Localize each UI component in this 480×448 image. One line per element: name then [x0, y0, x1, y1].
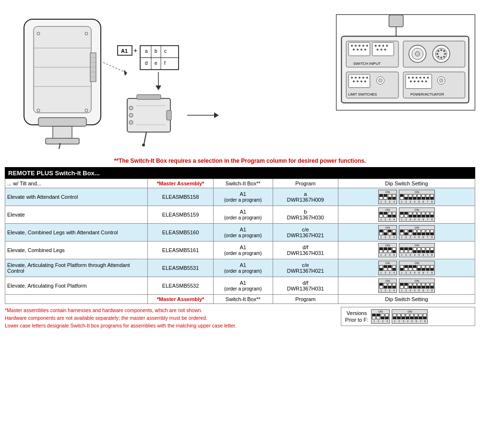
svg-point-54	[355, 45, 357, 47]
svg-text:f: f	[164, 61, 166, 66]
row-part: ELEASMB5532	[148, 277, 213, 295]
svg-point-113	[439, 79, 443, 83]
svg-point-40	[129, 121, 133, 124]
dip-switch-small: ON 1234	[378, 243, 397, 257]
svg-rect-36	[127, 98, 170, 132]
col-header-dip: Dip Switch Setting	[338, 179, 475, 188]
svg-point-74	[415, 51, 420, 56]
versions-box: VersionsPrior to F: ON 1234 ON	[341, 307, 475, 326]
svg-point-90	[362, 77, 364, 79]
main-table: REMOTE PLUS Switch-It Box... ... w/ Tilt…	[5, 167, 475, 304]
svg-point-101	[408, 77, 410, 79]
left-diagram: A1 + a b c d e f	[5, 5, 254, 149]
col-header-row: ... w/ Tilt and... *Master Assembly* Swi…	[5, 179, 475, 188]
svg-point-83	[437, 56, 439, 58]
row-program: c/eDWR1367H021	[273, 224, 338, 242]
svg-rect-86	[348, 74, 370, 88]
svg-point-67	[377, 48, 379, 50]
row-program: c/eDWR1367H021	[273, 259, 338, 277]
row-dip: ON 1234 ON	[338, 188, 475, 206]
svg-point-89	[359, 77, 360, 79]
table-header-cell: REMOTE PLUS Switch-It Box...	[5, 168, 475, 179]
table-row: Elevate ELEASMB5159 A1(order a program) …	[5, 206, 475, 224]
svg-point-79	[443, 50, 445, 52]
svg-point-59	[357, 48, 359, 50]
table-row: Elevate, Articulating Foot Platform ELEA…	[5, 277, 475, 295]
dip-switch-small: ON 1234	[378, 261, 397, 275]
svg-point-57	[366, 45, 368, 47]
row-sib: A1(order a program)	[213, 259, 273, 277]
versions-dip-group: ON 1234 ON	[371, 309, 428, 324]
svg-point-94	[360, 81, 362, 83]
svg-point-93	[357, 81, 359, 83]
svg-line-19	[103, 62, 125, 72]
row-description: Elevate, Articulating Foot Platform	[5, 277, 148, 295]
dip-switch-large: ON 12345678	[399, 190, 435, 204]
right-diagram-svg: SWITCH INPUT	[336, 15, 475, 110]
row-dip: ON 1234 ON	[338, 259, 475, 277]
svg-text:POWER/ACTUATOR: POWER/ACTUATOR	[410, 92, 444, 97]
table-row: Elevate with Attendant Control ELEASMB51…	[5, 188, 475, 206]
svg-point-108	[414, 81, 416, 83]
note-1: *Master assemblies contain harnesses and…	[5, 307, 336, 315]
col-header-description: ... w/ Tilt and...	[5, 179, 148, 188]
notes-text: *Master assemblies contain harnesses and…	[5, 307, 336, 329]
footer-empty	[5, 295, 148, 304]
left-diagram-svg: A1 + a b c d e f	[5, 5, 254, 149]
svg-rect-1	[34, 26, 91, 113]
row-part: ELEASMB5158	[148, 188, 213, 206]
svg-text:LIMIT SWITCHES: LIMIT SWITCHES	[348, 92, 377, 97]
svg-text:A1: A1	[121, 48, 128, 54]
svg-text:c: c	[164, 48, 167, 54]
row-dip: ON 1234 ON	[338, 206, 475, 224]
footer-notes: *Master assemblies contain harnesses and…	[5, 307, 475, 329]
row-part: ELEASMB5531	[148, 259, 213, 277]
table-row: Elevate, Articulating Foot Platform thro…	[5, 259, 475, 277]
col-header-program: Program	[273, 179, 338, 188]
svg-rect-41	[167, 110, 171, 120]
svg-point-82	[440, 57, 442, 59]
svg-point-61	[364, 48, 366, 50]
dip-switch-small: ON 1234	[378, 225, 397, 240]
svg-text:d: d	[145, 61, 148, 66]
row-dip: ON 1234 ON	[338, 224, 475, 242]
diagram-area: A1 + a b c d e f	[5, 5, 475, 154]
svg-marker-35	[156, 85, 161, 90]
svg-point-103	[416, 77, 418, 79]
table-row: Elevate, Combined Legs with Attendant Co…	[5, 224, 475, 242]
versions-label: VersionsPrior to F:	[345, 310, 368, 324]
svg-point-107	[410, 81, 412, 83]
svg-rect-62	[372, 42, 394, 56]
svg-point-91	[366, 77, 368, 79]
svg-point-58	[353, 48, 355, 50]
dip-switch-large: ON 12345678	[399, 207, 435, 222]
row-description: Elevate, Combined Legs with Attendant Co…	[5, 224, 148, 242]
row-dip: ON 1234 ON	[338, 242, 475, 259]
row-description: Elevate, Combined Legs	[5, 242, 148, 259]
svg-point-111	[425, 81, 427, 83]
row-program: bDWR1367H030	[273, 206, 338, 224]
svg-point-109	[418, 81, 420, 83]
table-footer-row: *Master Assembly* Switch-It Box** Progra…	[5, 295, 475, 304]
svg-point-110	[421, 81, 423, 83]
svg-point-45	[142, 144, 145, 146]
versions-dip-large: ON 12345678	[392, 309, 428, 324]
dip-switch-large: ON 12345678	[399, 261, 435, 275]
svg-point-60	[360, 48, 362, 50]
row-dip: ON 1234 ON	[338, 277, 475, 295]
svg-point-78	[440, 49, 442, 51]
svg-rect-37	[137, 95, 161, 99]
svg-text:+: +	[133, 47, 137, 54]
svg-rect-48	[389, 15, 403, 27]
svg-point-77	[437, 50, 439, 52]
svg-point-87	[351, 77, 353, 79]
svg-point-102	[412, 77, 414, 79]
svg-point-80	[444, 53, 446, 55]
svg-rect-17	[46, 138, 79, 144]
table-row: Elevate, Combined Legs ELEASMB5161 A1(or…	[5, 242, 475, 259]
dip-switch-large: ON 12345678	[399, 278, 435, 293]
versions-dip-small: ON 1234	[371, 309, 390, 324]
svg-text:b: b	[155, 48, 157, 54]
svg-point-88	[355, 77, 357, 79]
right-diagram: SWITCH INPUT	[336, 14, 475, 110]
